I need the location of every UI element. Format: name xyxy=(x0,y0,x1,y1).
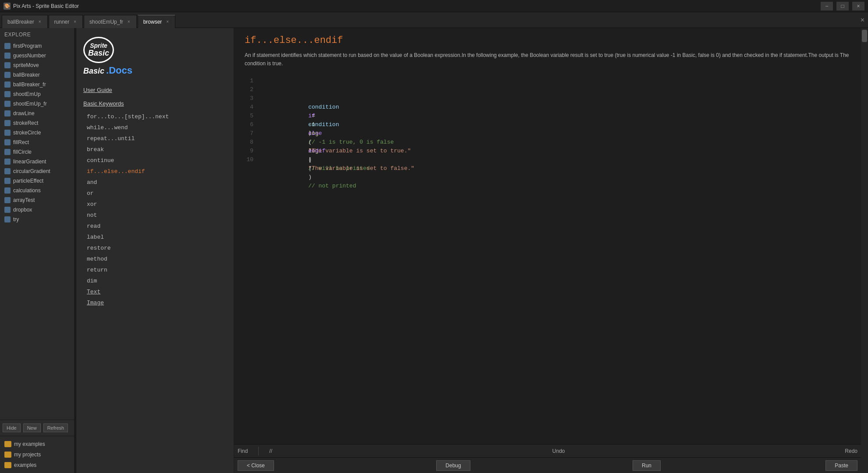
sidebar-item-lineargradient[interactable]: linearGradient xyxy=(0,157,74,166)
nav-break[interactable]: break xyxy=(83,144,227,155)
debug-button[interactable]: Debug xyxy=(436,460,470,471)
sidebar-item-shootemup[interactable]: shootEmUp xyxy=(0,89,74,99)
sidebar-item-strokecircle[interactable]: strokeCircle xyxy=(0,128,74,138)
file-icon xyxy=(4,216,11,222)
app-title: Pix Arts - Sprite Basic Editor xyxy=(13,3,79,9)
sidebar-item-fillcircle[interactable]: fillCircle xyxy=(0,147,74,157)
tab-browser[interactable]: browser × xyxy=(138,15,176,28)
code-heading: if...else...endif xyxy=(234,35,861,51)
sidebar-item-fillrect[interactable]: fillRect xyxy=(0,138,74,147)
nav-and[interactable]: and xyxy=(83,177,227,188)
sidebar-item-circulargradient[interactable]: circularGradient xyxy=(0,166,74,176)
file-icon xyxy=(4,139,11,145)
sidebar-item-particleeffect[interactable]: particleEffect xyxy=(0,176,74,186)
code-cursor: | xyxy=(308,165,312,172)
nav-not[interactable]: not xyxy=(83,210,227,221)
sidebar-item-firstprogram[interactable]: firstProgram xyxy=(0,41,74,51)
logo-circle: Sprite Basic xyxy=(83,37,114,63)
sidebar-item-label: particleEffect xyxy=(13,178,43,184)
maximize-button[interactable]: □ xyxy=(836,2,849,11)
user-guide-section[interactable]: User Guide xyxy=(83,87,227,93)
sidebar-item-ballbreaker[interactable]: ballBreaker xyxy=(0,70,74,80)
folder-examples[interactable]: examples xyxy=(4,460,70,470)
close-all-tabs-button[interactable]: × xyxy=(861,16,864,24)
basic-keywords-section[interactable]: Basic Keywords xyxy=(83,100,227,107)
tab-label: ballBreaker xyxy=(7,19,34,25)
tab-runner[interactable]: runner × xyxy=(49,15,83,28)
nav-for[interactable]: for...to...[step]...next xyxy=(83,111,227,122)
run-button[interactable]: Run xyxy=(633,460,661,471)
close-button[interactable]: × xyxy=(852,2,864,11)
code-lines: condition = -1 ; // -1 is true, 0 is fal… xyxy=(260,77,850,164)
sidebar-item-dropbox[interactable]: dropbox xyxy=(0,205,74,215)
code-token: // not printed xyxy=(308,183,356,189)
app: ballBreaker × runner × shootEmUp_fr × br… xyxy=(0,12,868,473)
nav-or[interactable]: or xyxy=(83,188,227,199)
code-example: 1 2 3 4 5 6 7 8 9 10 xyxy=(234,77,861,164)
nav-image[interactable]: Image xyxy=(83,297,227,308)
sidebar-item-shootemup-fr[interactable]: shootEmUp_fr xyxy=(0,99,74,109)
sidebar-item-label: calculations xyxy=(13,187,41,194)
sidebar-item-ballbreaker-fr[interactable]: ballBreaker_fr xyxy=(0,80,74,89)
code-token: // -1 is true, 0 is false xyxy=(308,139,394,145)
sidebar-item-strokerect[interactable]: strokeRect xyxy=(0,118,74,128)
new-button[interactable]: New xyxy=(23,424,41,432)
code-line-1 xyxy=(260,77,850,85)
code-description: An if statement identifies which stateme… xyxy=(234,51,861,77)
app-icon: 🎨 xyxy=(4,3,11,10)
code-line-5: log ( "The variable is set to true." ) /… xyxy=(260,112,850,120)
sidebar-item-guessnumber[interactable]: guessNumber xyxy=(0,51,74,60)
tab-close-runner[interactable]: × xyxy=(73,19,77,25)
sidebar-item-try[interactable]: try xyxy=(0,215,74,224)
folder-my-examples[interactable]: my examples xyxy=(4,439,70,449)
doc-panel-inner: Sprite Basic Basic .Docs User Guide Basi… xyxy=(76,28,234,473)
nav-repeat[interactable]: repeat...until xyxy=(83,133,227,144)
refresh-button[interactable]: Refresh xyxy=(43,424,68,432)
code-content[interactable]: if...else...endif An if statement identi… xyxy=(234,28,861,444)
nav-xor[interactable]: xor xyxy=(83,199,227,210)
sidebar-item-label: linearGradient xyxy=(13,159,46,165)
tab-close-ballbreaker[interactable]: × xyxy=(38,19,42,25)
nav-restore[interactable]: restore xyxy=(83,243,227,254)
nav-continue[interactable]: continue xyxy=(83,155,227,166)
title-bar-controls[interactable]: − □ × xyxy=(821,2,864,11)
code-panel: if...else...endif An if statement identi… xyxy=(234,28,861,473)
file-icon xyxy=(4,197,11,203)
sidebar-item-spritemove[interactable]: spriteMove xyxy=(0,60,74,70)
bottom-bar: < Close Debug Run Paste xyxy=(234,457,861,473)
nav-return[interactable]: return xyxy=(83,265,227,275)
file-icon xyxy=(4,72,11,78)
line-num-9: 9 xyxy=(245,147,253,155)
paste-button[interactable]: Paste xyxy=(825,460,857,471)
tab-close-shootemup[interactable]: × xyxy=(127,19,131,25)
code-token: else xyxy=(308,130,322,137)
tab-label: shootEmUp_fr xyxy=(89,19,123,25)
nav-if[interactable]: if...else...endif xyxy=(83,166,227,177)
sidebar-item-calculations[interactable]: calculations xyxy=(0,186,74,195)
sidebar-item-arraytest[interactable]: arrayTest xyxy=(0,195,74,205)
minimize-button[interactable]: − xyxy=(821,2,833,11)
sidebar: Explore firstProgram guessNumber spriteM… xyxy=(0,28,75,473)
tab-close-browser[interactable]: × xyxy=(165,19,170,25)
scroll-icon[interactable] xyxy=(862,30,867,42)
tab-shootemup-fr[interactable]: shootEmUp_fr × xyxy=(84,15,137,28)
nav-dim[interactable]: dim xyxy=(83,275,227,286)
close-button[interactable]: < Close xyxy=(238,460,274,471)
hide-button[interactable]: Hide xyxy=(3,424,21,432)
tab-ballbreaker[interactable]: ballBreaker × xyxy=(2,15,48,28)
nav-while[interactable]: while...wend xyxy=(83,122,227,133)
sidebar-item-label: strokeRect xyxy=(13,120,38,126)
sidebar-item-label: dropbox xyxy=(13,207,32,213)
nav-label[interactable]: label xyxy=(83,232,227,243)
folder-my-projects[interactable]: my projects xyxy=(4,449,70,460)
folder-label: examples xyxy=(14,462,36,468)
sidebar-item-label: shootEmUp_fr xyxy=(13,101,47,107)
sidebar-item-drawline[interactable]: drawLine xyxy=(0,109,74,118)
title-bar: 🎨 Pix Arts - Sprite Basic Editor − □ × xyxy=(0,0,868,12)
nav-method[interactable]: method xyxy=(83,254,227,265)
sidebar-actions: Hide New Refresh xyxy=(0,420,74,436)
code-token xyxy=(308,121,315,128)
file-icon xyxy=(4,168,11,174)
nav-text[interactable]: Text xyxy=(83,286,227,297)
nav-read[interactable]: read xyxy=(83,221,227,232)
